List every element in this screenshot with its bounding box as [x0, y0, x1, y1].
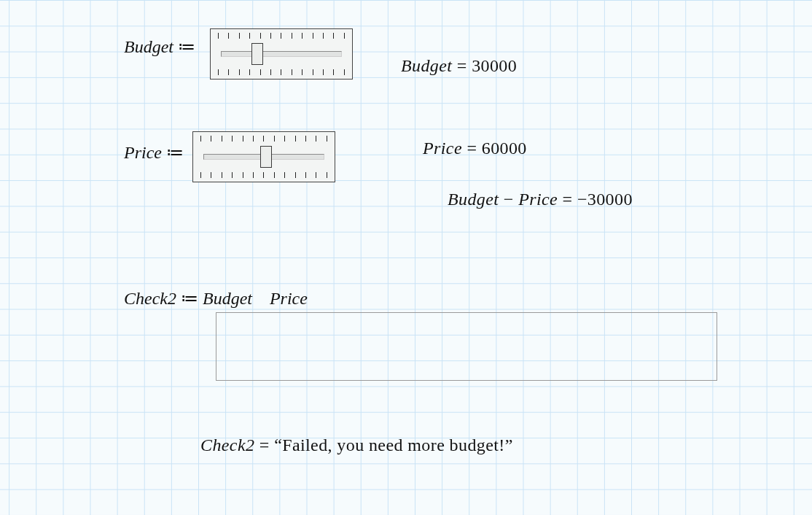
slider-tick [239, 69, 240, 75]
slider-tick [218, 33, 219, 39]
minus-sign: − [504, 190, 518, 209]
diff-lhs-a: Budget [448, 190, 499, 209]
slider-tick [295, 172, 296, 178]
check2-definition: Check2 ≔ Budget Price [124, 288, 308, 309]
slider-tick [211, 136, 211, 142]
slider-tick [333, 69, 334, 75]
price-value: 60000 [482, 139, 527, 158]
slider-tick [243, 136, 243, 142]
slider-tick [253, 172, 254, 178]
slider-tick [292, 69, 292, 75]
slider-tick [253, 136, 254, 142]
slider-tick [305, 136, 306, 142]
assign-operator: ≔ [181, 289, 198, 308]
assign-operator: ≔ [178, 37, 195, 56]
slider-tick [333, 33, 334, 39]
check2-var-name: Check2 [124, 289, 176, 308]
difference-display: Budget − Price = −30000 [448, 190, 633, 209]
slider-tick [200, 172, 201, 178]
slider-tick [274, 136, 275, 142]
check2-output-placeholder [216, 312, 717, 381]
budget-var-name: Budget [124, 37, 173, 56]
budget-value-display: Budget = 30000 [401, 56, 517, 76]
slider-tick [344, 33, 345, 39]
slider-tick [228, 33, 229, 39]
slider-tick [323, 33, 324, 39]
slider-thumb[interactable] [251, 43, 263, 65]
check2-result-text: “Failed, you need more budget!” [274, 435, 513, 454]
equals-sign: = [563, 190, 577, 209]
equals-sign: = [457, 56, 472, 75]
check2-expr-b: Price [270, 289, 308, 308]
slider-tick [249, 69, 250, 75]
slider-tick [218, 69, 219, 75]
slider-tick [211, 172, 211, 178]
slider-tick [260, 33, 261, 39]
slider-tick [316, 136, 316, 142]
slider-tick [263, 172, 264, 178]
slider-tick [263, 136, 264, 142]
slider-tick [292, 33, 292, 39]
budget-value: 30000 [472, 56, 517, 75]
slider-tick [327, 136, 327, 142]
slider-tick [243, 172, 243, 178]
check2-result-display: Check2 = “Failed, you need more budget!” [200, 435, 513, 455]
slider-tick [305, 172, 306, 178]
price-var-name: Price [124, 143, 162, 162]
equals-sign: = [466, 139, 481, 158]
slider-track[interactable] [221, 51, 342, 57]
slider-tick [302, 69, 302, 75]
slider-tick [302, 33, 302, 39]
slider-tick [344, 69, 345, 75]
price-definition-label: Price ≔ [124, 142, 184, 163]
slider-ticks-bottom [200, 172, 327, 178]
slider-tick [239, 33, 240, 39]
diff-value: −30000 [577, 190, 633, 209]
slider-tick [270, 33, 271, 39]
slider-tick [313, 69, 313, 75]
slider-tick [295, 136, 296, 142]
price-slider[interactable] [192, 131, 335, 182]
equals-sign: = [259, 435, 274, 454]
slider-tick [316, 172, 316, 178]
budget-var-name: Budget [401, 56, 452, 75]
space [257, 289, 265, 308]
budget-slider[interactable] [210, 28, 353, 80]
price-var-name: Price [423, 139, 462, 158]
slider-tick [200, 136, 201, 142]
slider-tick [270, 69, 271, 75]
slider-ticks-bottom [218, 69, 345, 75]
diff-lhs-b: Price [518, 190, 558, 209]
slider-thumb[interactable] [260, 146, 272, 168]
slider-tick [281, 33, 281, 39]
slider-ticks-top [218, 33, 345, 39]
slider-tick [228, 69, 229, 75]
slider-tick [281, 69, 281, 75]
slider-tick [284, 136, 285, 142]
slider-tick [249, 33, 250, 39]
slider-tick [232, 172, 233, 178]
slider-tick [323, 69, 324, 75]
assign-operator: ≔ [166, 143, 184, 162]
budget-definition-label: Budget ≔ [124, 36, 195, 57]
worksheet-canvas: Budget ≔ Budget = 30000 Price ≔ Price = … [0, 0, 812, 515]
slider-tick [222, 172, 222, 178]
slider-tick [284, 172, 285, 178]
slider-tick [274, 172, 275, 178]
slider-tick [232, 136, 233, 142]
check2-expr-a: Budget [203, 289, 252, 308]
slider-tick [327, 172, 327, 178]
price-value-display: Price = 60000 [423, 139, 527, 158]
slider-tick [222, 136, 222, 142]
check2-var-name: Check2 [200, 435, 254, 454]
slider-tick [260, 69, 261, 75]
slider-tick [313, 33, 313, 39]
slider-ticks-top [200, 136, 327, 142]
